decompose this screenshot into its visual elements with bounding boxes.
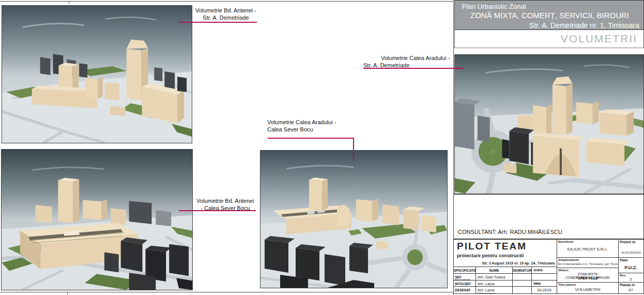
table-header-specificatie: SPECIFICATIE [454, 267, 476, 274]
label-line: Volumetrie Calea Aradului - [363, 54, 467, 62]
label-bd-antenei-str-demetriade: Volumetrie Bd. Antenei - Str. A. Demetri… [194, 7, 257, 21]
site-cell: Amplasament: Str A.Demetriade nr.1, Timi… [557, 258, 618, 268]
plate-number-cell: Plansa nr. 07 [618, 283, 643, 293]
table-row-role: DESENAT [454, 287, 476, 293]
object-cell: Obiect: ZONA MIXTA COMERT,SERVICII,BIROU… [557, 268, 618, 283]
scale-value-cell [532, 274, 557, 281]
leader-line-aradului-sever-bocu-vertical [353, 138, 354, 161]
signature-cell [513, 281, 532, 287]
scale-label: scara: [532, 267, 557, 274]
project-number-cell: Proiect nr. 10.01/132/2014 [618, 240, 643, 258]
table-row-role: INTOCMIT [454, 281, 476, 287]
phase-cell: Faza: P.U.Z. [618, 258, 643, 273]
table-header-semnatura: SEMNATURA [513, 267, 532, 274]
date-value: 03.2015 [532, 287, 557, 293]
project-number-label: Proiect nr. [620, 240, 636, 244]
sheet-title-box: VOLUMETRII [454, 30, 644, 48]
company-subtitle: proiectare pentru constructii [457, 253, 524, 258]
sheet-title: VOLUMETRII [561, 33, 637, 45]
3d-massing-render [260, 151, 447, 288]
plan-type-title: Plan Urbanistic Zonal [462, 3, 639, 10]
object-label: Obiect: [558, 269, 569, 272]
phase-label: Faza: [620, 258, 628, 262]
table-header-nume: NUME [476, 267, 513, 274]
label-bd-antenei-calea-sever-bocu: Volumetrie Bd. Antenei - Calea Sever Boc… [195, 197, 256, 212]
sheet-header: Plan Urbanistic Zonal ZONĂ MIXTA, COMERȚ… [454, 0, 644, 30]
sheet-name-cell: Titlu plansa: VOLUMETRII [557, 283, 618, 293]
title-block: PILOT TEAM proiectare pentru constructii… [453, 239, 644, 294]
signature-cell [513, 287, 532, 293]
signature-cell [513, 274, 532, 281]
sheet-name-label: Titlu plansa: [558, 283, 576, 286]
site-value: Str A.Demetriade nr.1, Timisoara, jud. T… [557, 262, 618, 266]
consultant-box: CONSULTANT: Arh. RADU MIHĂILESCU [453, 194, 644, 239]
3d-massing-render [2, 6, 192, 143]
plate-number-value: 07 [619, 288, 643, 292]
label-calea-aradului-calea-sever-bocu: Volumetrie Calea Aradului - Calea Sever … [267, 119, 355, 133]
render-panel-calea-aradului-calea-sever-bocu [260, 150, 448, 288]
leader-line-antenei-demetriade [179, 22, 257, 23]
sheet-frame-top-tick [69, 1, 69, 4]
label-calea-aradului-str-demetriade: Volumetrie Calea Aradului - Str. A. Deme… [363, 54, 467, 69]
date-label: data: [532, 281, 557, 287]
leader-line-aradului-sever-bocu-horizontal [268, 138, 354, 139]
consultant-text: CONSULTANT: Arh. RADU MIHĂILESCU [458, 229, 562, 235]
3d-massing-render [2, 150, 192, 290]
render-panel-bd-antenei-str-demetriade [2, 5, 192, 143]
sheet-frame-bottom-line [0, 292, 453, 292]
sheet-frame-bottom-tick [67, 292, 68, 294]
company-address: Str. 3 August 1919 nr. 19 ap. 2A, Timiso… [482, 261, 555, 265]
label-line: Calea Sever Bocu [267, 126, 355, 133]
site-address: Str. A. Demetriade nr. 1, Timisoara [460, 21, 639, 30]
table-row-role: SEF PROIECT [454, 274, 476, 281]
label-line: Str. A. Demetriade [194, 14, 257, 21]
zone-title: ZONĂ MIXTA, COMERȚ, SERVICII, BIROURI [470, 11, 639, 20]
render-panel-calea-aradului-str-demetriade [454, 54, 644, 194]
beneficiary-value: IULIUS TRUST S.R.L. [557, 247, 618, 252]
company-name: PILOT TEAM [457, 241, 527, 252]
plate-number-label: Plansa nr. [620, 283, 636, 287]
project-number-value: 10.01/132/2014 [619, 251, 643, 254]
phase-value: P.U.Z. [619, 265, 643, 270]
label-line: - Calea Sever Bocu [195, 204, 256, 212]
sheet-frame-top-line [0, 1, 453, 2]
table-row-name: Arh. Laura Marculescu [476, 287, 513, 293]
label-line: Volumetrie Bd. Antenei [195, 197, 256, 204]
label-line: Volumetrie Bd. Antenei - [194, 7, 257, 14]
beneficiary-cell: Beneficiar: IULIUS TRUST S.R.L. [557, 240, 618, 258]
plan-sheet: Volumetrie Bd. Antenei - Str. A. Demetri… [0, 0, 644, 295]
site-label: Amplasament: [558, 258, 579, 261]
3d-massing-render [455, 55, 643, 194]
beneficiary-label: Beneficiar: [558, 240, 574, 243]
render-panel-bd-antenei-calea-sever-bocu [1, 149, 193, 290]
company-logo-zone: PILOT TEAM proiectare pentru constructii… [454, 240, 557, 267]
table-row-name: Arh. Laura Marculescu [476, 281, 513, 287]
sheet-name-value: VOLUMETRII [557, 287, 618, 292]
table-row-name: Arh. Glad Tudora [476, 274, 513, 281]
revision-value: 2 [619, 277, 643, 282]
label-line: Volumetrie Calea Aradului - [267, 119, 355, 126]
object-line2: "OPEN VILLE" [557, 276, 618, 280]
label-line: Str. A. Demetriade [363, 62, 467, 69]
revision-cell: Rev. 2 [618, 273, 643, 283]
